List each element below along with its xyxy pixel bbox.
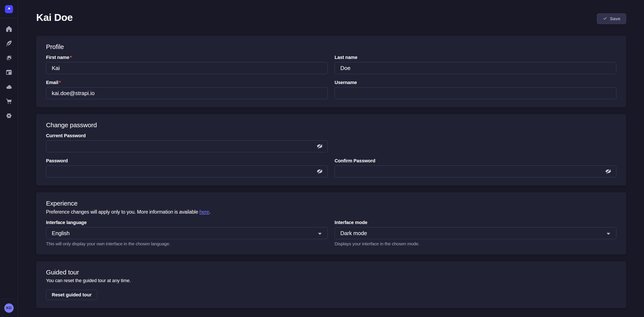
experience-description: Preference changes will apply only to yo… [46,209,616,215]
interface-mode-hint: Displays your interface in the chosen mo… [334,241,616,246]
required-asterisk: * [70,55,72,60]
user-avatar[interactable]: KD [4,303,14,313]
last-name-field: Last name [334,55,616,74]
sidebar-nav [0,22,18,123]
main-content: Kai Doe Save Profile First name* [18,0,644,317]
toggle-confirm-password-visibility-button[interactable] [604,167,612,176]
check-icon [603,16,607,22]
feather-icon [5,39,13,47]
password-label: Password [46,158,328,163]
eye-off-icon [316,143,323,150]
toggle-current-password-visibility-button[interactable] [316,142,324,151]
password-field: Password [46,158,328,177]
first-name-label: First name* [46,55,328,60]
gear-icon [5,112,13,120]
logo-area [0,0,18,18]
cloud-icon [5,83,13,91]
toggle-password-visibility-button[interactable] [316,167,324,176]
confirm-password-label: Confirm Password [334,158,616,163]
guided-tour-description: You can reset the guided tour at any tim… [46,278,616,283]
confirm-password-field: Confirm Password [334,158,616,177]
content-area: Profile First name* Last name [36,36,626,308]
sidebar: KD [0,0,18,317]
sidebar-item-marketplace[interactable] [0,94,18,108]
email-input[interactable] [46,87,328,99]
experience-section-title: Experience [46,200,616,207]
experience-card: Experience Preference changes will apply… [36,192,626,255]
last-name-label: Last name [334,55,616,60]
username-label: Username [334,80,616,85]
interface-language-value: English [52,230,70,237]
guided-tour-card: Guided tour You can reset the guided tou… [36,261,626,308]
cart-icon [5,97,13,105]
sidebar-item-settings[interactable] [0,108,18,123]
sidebar-footer: KD [0,299,18,317]
page-header: Kai Doe Save [18,0,644,23]
here-link[interactable]: here [200,209,209,215]
email-label: Email* [46,80,328,85]
interface-mode-select[interactable]: Dark mode [334,227,616,239]
email-field: Email* [46,80,328,99]
profile-card: Profile First name* Last name [36,36,626,107]
home-icon [5,25,13,33]
eye-off-icon [605,168,612,175]
interface-language-field: Interface language English This will onl… [46,220,328,246]
profile-section-title: Profile [46,43,616,50]
sidebar-item-content-manager[interactable] [0,36,18,51]
media-library-icon [5,54,13,62]
reset-guided-tour-button[interactable]: Reset guided tour [46,290,97,300]
sidebar-item-cloud[interactable] [0,80,18,94]
first-name-field: First name* [46,55,328,74]
page-title: Kai Doe [36,11,626,23]
save-button-label: Save [610,16,620,21]
interface-language-hint: This will only display your own interfac… [46,241,328,246]
current-password-input[interactable] [46,140,328,152]
caret-down-icon [606,230,610,237]
empty-grid-cell [334,133,616,152]
interface-mode-value: Dark mode [340,230,367,237]
last-name-input[interactable] [334,62,616,74]
interface-mode-field: Interface mode Dark mode Displays your i… [334,220,616,246]
current-password-label: Current Password [46,133,328,138]
sidebar-item-content-type-builder[interactable] [0,65,18,80]
interface-language-label: Interface language [46,220,328,225]
layout-icon [5,68,13,76]
strapi-logo-icon [6,6,11,12]
password-input[interactable] [46,166,328,177]
sidebar-item-home[interactable] [0,22,18,36]
required-asterisk: * [59,80,61,85]
first-name-input[interactable] [46,62,328,74]
change-password-section-title: Change password [46,122,616,128]
guided-tour-section-title: Guided tour [46,269,616,276]
interface-mode-label: Interface mode [334,220,616,225]
current-password-field: Current Password [46,133,328,152]
interface-language-select[interactable]: English [46,227,328,239]
username-input[interactable] [334,87,616,99]
save-button[interactable]: Save [597,13,626,24]
eye-off-icon [316,168,323,175]
sidebar-item-media-library[interactable] [0,51,18,65]
caret-down-icon [318,230,322,237]
change-password-card: Change password Current Password [36,114,626,186]
confirm-password-input[interactable] [334,166,616,177]
strapi-logo-button[interactable] [5,5,13,13]
username-field: Username [334,80,616,99]
